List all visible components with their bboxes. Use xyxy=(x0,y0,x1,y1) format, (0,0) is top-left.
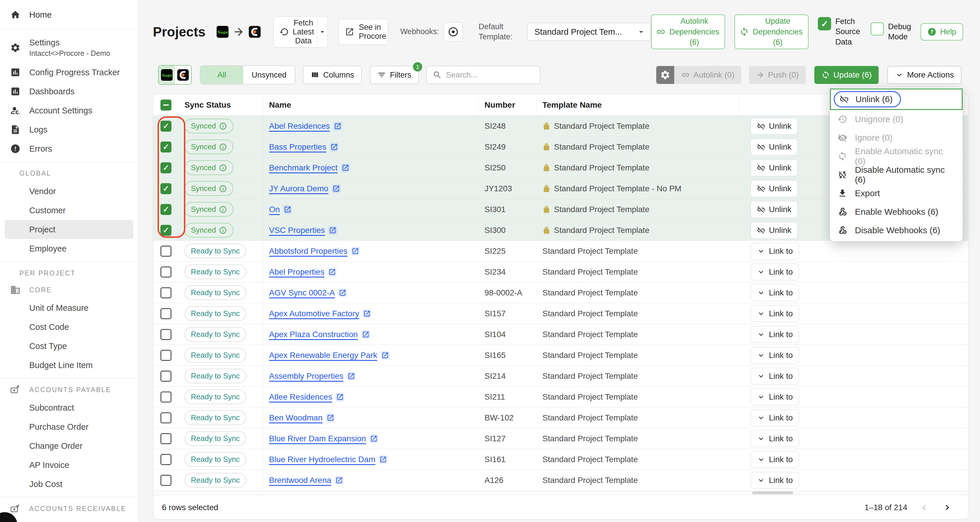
row-checkbox[interactable] xyxy=(161,267,172,278)
project-name-link[interactable]: Ben Woodman xyxy=(269,413,323,422)
project-name-link[interactable]: Atlee Residences xyxy=(269,392,332,401)
autolink-button[interactable]: Autolink (0) xyxy=(674,66,741,84)
sidebar-item-project[interactable]: Project xyxy=(5,220,133,239)
open-in-new-icon[interactable] xyxy=(328,268,337,276)
sidebar-item-logs[interactable]: Logs xyxy=(0,120,138,139)
row-checkbox[interactable] xyxy=(161,433,172,444)
sidebar-item-settings[interactable]: SettingsIntacct<>Procore - Demo xyxy=(0,33,138,63)
horizontal-scrollbar[interactable] xyxy=(153,491,968,495)
project-name-link[interactable]: Apex Plaza Construction xyxy=(269,330,358,339)
menu-item-export[interactable]: Export xyxy=(830,184,963,203)
link-to-button[interactable]: Link to xyxy=(751,368,799,384)
open-in-new-icon[interactable] xyxy=(330,143,339,151)
row-checkbox[interactable]: ✓ xyxy=(161,204,172,215)
filter-all-tab[interactable]: All xyxy=(200,66,243,84)
menu-item-disable-webhooks-6[interactable]: Disable Webhooks (6) xyxy=(830,221,963,240)
sidebar-item-budget-line-item[interactable]: Budget Line Item xyxy=(0,355,138,375)
row-checkbox[interactable]: ✓ xyxy=(161,183,172,194)
project-name-link[interactable]: Abel Residences xyxy=(269,122,330,131)
project-name-link[interactable]: Brentwood Arena xyxy=(269,476,331,485)
search-input[interactable] xyxy=(446,71,534,79)
open-in-new-icon[interactable] xyxy=(328,226,337,235)
fetch-latest-data-button[interactable]: Fetch Latest Data xyxy=(274,16,328,48)
row-checkbox[interactable] xyxy=(161,329,172,340)
link-to-button[interactable]: Link to xyxy=(751,305,799,322)
sidebar-item-cost-code[interactable]: Cost Code xyxy=(0,317,138,336)
row-checkbox[interactable] xyxy=(161,246,172,257)
column-header-number[interactable]: Number xyxy=(479,94,537,116)
default-template-select[interactable]: Standard Project Tem... xyxy=(527,23,651,41)
project-name-link[interactable]: Apex Renewable Energy Park xyxy=(269,351,377,360)
menu-item-unlink-6[interactable]: Unlink (6) xyxy=(830,89,963,110)
link-to-button[interactable]: Link to xyxy=(751,263,799,280)
autolink-dependencies-button[interactable]: Autolink Dependencies (6) xyxy=(651,14,725,49)
link-to-button[interactable]: Link to xyxy=(751,389,799,405)
link-to-button[interactable]: Link to xyxy=(751,472,799,489)
project-name-link[interactable]: On xyxy=(269,205,280,214)
menu-item-enable-webhooks-6[interactable]: Enable Webhooks (6) xyxy=(830,203,963,221)
open-in-new-icon[interactable] xyxy=(333,122,342,130)
link-to-button[interactable]: Link to xyxy=(751,243,799,260)
link-to-button[interactable]: Link to xyxy=(751,347,799,364)
sidebar-item-account-settings[interactable]: Account Settings xyxy=(0,101,138,120)
update-button[interactable]: Update (6) xyxy=(815,66,879,84)
row-checkbox[interactable] xyxy=(161,454,172,465)
project-name-link[interactable]: Abel Properties xyxy=(269,267,325,277)
project-name-link[interactable]: Blue River Dam Expansion xyxy=(269,434,366,443)
more-actions-button[interactable]: More Actions xyxy=(887,66,961,84)
info-icon[interactable] xyxy=(219,143,227,151)
open-in-new-icon[interactable] xyxy=(326,414,335,422)
sidebar-item-dashboards[interactable]: Dashboards xyxy=(0,82,138,101)
update-dependencies-button[interactable]: Update Dependencies (6) xyxy=(734,14,808,49)
sidebar-item-subcontract[interactable]: Subcontract xyxy=(0,398,138,417)
info-icon[interactable] xyxy=(219,164,227,172)
open-in-new-icon[interactable] xyxy=(361,330,370,339)
sidebar-item-ap-invoice[interactable]: AP Invoice xyxy=(0,455,138,474)
open-in-new-icon[interactable] xyxy=(351,247,360,255)
link-to-button[interactable]: Link to xyxy=(751,451,799,468)
webhooks-visibility-button[interactable] xyxy=(444,22,463,41)
link-to-button[interactable]: Link to xyxy=(751,430,799,447)
see-in-procore-button[interactable]: See in Procore xyxy=(338,19,388,45)
sidebar-item-config-progress-tracker[interactable]: Config Progress Tracker xyxy=(0,63,138,82)
columns-button[interactable]: Columns xyxy=(303,66,362,84)
open-in-new-icon[interactable] xyxy=(379,455,388,464)
row-checkbox[interactable]: ✓ xyxy=(161,225,172,236)
sidebar-item-cost-type[interactable]: Cost Type xyxy=(0,336,138,355)
push-button[interactable]: Push (0) xyxy=(749,66,806,84)
sidebar-item-vendor[interactable]: Vendor xyxy=(0,182,138,201)
source-toggle[interactable]: Sage xyxy=(158,65,192,85)
column-header-sync-status[interactable]: Sync Status xyxy=(179,94,263,116)
info-icon[interactable] xyxy=(219,226,227,234)
unlink-button[interactable]: Unlink xyxy=(751,139,797,155)
project-name-link[interactable]: Benchmark Project xyxy=(269,163,338,173)
project-name-link[interactable]: Apex Automotive Factory xyxy=(269,309,359,318)
open-in-new-icon[interactable] xyxy=(381,351,390,360)
info-icon[interactable] xyxy=(219,122,227,130)
link-to-button[interactable]: Link to xyxy=(751,326,799,343)
link-to-button[interactable]: Link to xyxy=(751,409,799,426)
row-checkbox[interactable] xyxy=(161,287,172,298)
unlink-button[interactable]: Unlink xyxy=(751,180,797,197)
sidebar-item-change-order[interactable]: Change Order xyxy=(0,436,138,455)
column-header-template-name[interactable]: Template Name xyxy=(537,94,739,116)
open-in-new-icon[interactable] xyxy=(363,309,371,318)
project-name-link[interactable]: Assembly Properties xyxy=(269,371,344,381)
project-name-link[interactable]: Bass Properties xyxy=(269,142,326,152)
sidebar-item-purchase-order[interactable]: Purchase Order xyxy=(0,417,138,436)
row-checkbox[interactable] xyxy=(161,475,172,486)
open-in-new-icon[interactable] xyxy=(369,434,378,443)
table-settings-button[interactable] xyxy=(656,66,674,84)
row-checkbox[interactable] xyxy=(161,413,172,423)
select-all-checkbox[interactable] xyxy=(161,100,172,111)
fetch-latest-caret-button[interactable] xyxy=(317,16,328,47)
fetch-source-data-checkbox[interactable]: ✓ Fetch Source Data xyxy=(818,16,861,47)
row-checkbox[interactable] xyxy=(161,350,172,361)
next-page-button[interactable] xyxy=(941,501,954,514)
unlink-button[interactable]: Unlink xyxy=(751,201,797,218)
sidebar-item-job-cost[interactable]: Job Cost xyxy=(0,474,138,493)
project-name-link[interactable]: VSC Properties xyxy=(269,226,325,235)
project-name-link[interactable]: Blue River Hydroelectric Dam xyxy=(269,455,375,464)
project-name-link[interactable]: Abbotsford Properties xyxy=(269,246,347,256)
search-box[interactable] xyxy=(426,66,540,84)
